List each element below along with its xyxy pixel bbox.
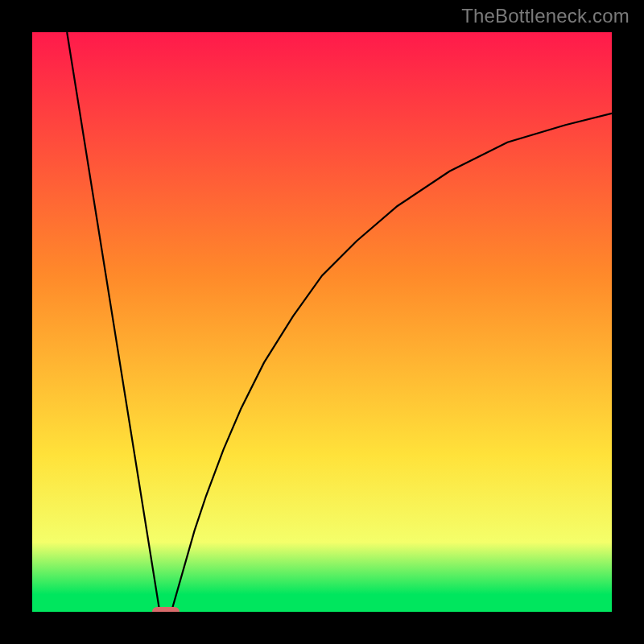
chart-frame: TheBottleneck.com	[0, 0, 644, 644]
curve-svg	[32, 32, 612, 612]
min-marker	[152, 607, 180, 612]
plot-area	[32, 32, 612, 612]
watermark-text: TheBottleneck.com	[461, 5, 630, 27]
bottleneck-curve	[67, 32, 612, 612]
